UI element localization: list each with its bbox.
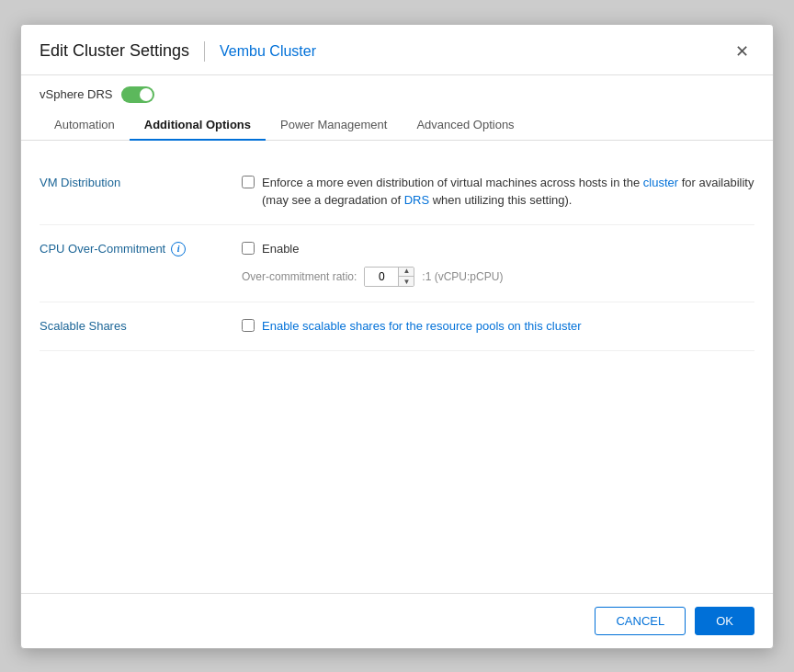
dialog-title: Edit Cluster Settings: [40, 41, 189, 61]
tabs-container: Automation Additional Options Power Mana…: [21, 110, 773, 141]
scalable-shares-content: Enable scalable shares for the resource …: [242, 317, 754, 336]
ok-button[interactable]: OK: [695, 607, 754, 635]
dialog-header: Edit Cluster Settings Vembu Cluster ✕: [21, 25, 773, 75]
spinner-down-button[interactable]: ▼: [399, 277, 414, 287]
enable-checkbox-row: Enable: [242, 240, 754, 258]
cpu-over-commitment-content: Enable Over-commitment ratio: ▲ ▼ :1 (vC…: [242, 240, 754, 288]
tab-additional-options[interactable]: Additional Options: [130, 110, 266, 141]
cpu-over-commitment-label: CPU Over-Commitment i: [40, 240, 223, 256]
cpu-over-commitment-row: CPU Over-Commitment i Enable Over-commit…: [40, 225, 754, 303]
enable-label: Enable: [262, 240, 299, 258]
cancel-button[interactable]: CANCEL: [595, 607, 686, 635]
cpu-info-icon[interactable]: i: [171, 242, 186, 256]
tab-content: VM Distribution Enforce a more even dist…: [21, 141, 773, 593]
enable-checkbox[interactable]: [242, 242, 255, 255]
spinner-up-button[interactable]: ▲: [399, 267, 414, 277]
vm-distribution-checkbox[interactable]: [242, 176, 255, 188]
tab-automation[interactable]: Automation: [40, 110, 130, 141]
over-commitment-ratio-label: Over-commitment ratio:: [242, 270, 357, 283]
over-commitment-value[interactable]: [365, 268, 398, 286]
over-commitment-ratio-row: Over-commitment ratio: ▲ ▼ :1 (vCPU:pCPU…: [242, 267, 754, 287]
dialog-footer: CANCEL OK: [21, 593, 773, 648]
vm-distribution-link-drs: DRS: [404, 193, 429, 207]
scalable-shares-checkbox[interactable]: [242, 319, 255, 332]
cluster-name: Vembu Cluster: [220, 43, 316, 60]
over-commitment-spinner: ▲ ▼: [364, 267, 414, 287]
vsphere-drs-toggle[interactable]: [121, 86, 154, 103]
scalable-shares-label: Scalable Shares: [40, 317, 223, 333]
close-button[interactable]: ✕: [730, 41, 754, 62]
tab-power-management[interactable]: Power Management: [266, 110, 402, 141]
scalable-shares-row: Scalable Shares Enable scalable shares f…: [40, 302, 754, 351]
vsphere-drs-label: vSphere DRS: [40, 87, 112, 101]
vm-distribution-row: VM Distribution Enforce a more even dist…: [40, 159, 754, 225]
vm-distribution-checkbox-row: Enforce a more even distribution of virt…: [242, 174, 754, 210]
vsphere-drs-row: vSphere DRS: [21, 75, 773, 110]
scalable-shares-text: Enable scalable shares for the resource …: [262, 317, 582, 336]
vm-distribution-content: Enforce a more even distribution of virt…: [242, 174, 754, 210]
over-commitment-unit: :1 (vCPU:pCPU): [422, 270, 503, 283]
scalable-shares-checkbox-row: Enable scalable shares for the resource …: [242, 317, 754, 336]
edit-cluster-dialog: Edit Cluster Settings Vembu Cluster ✕ vS…: [20, 24, 774, 649]
vm-distribution-link-cluster: cluster: [643, 176, 678, 189]
tab-advanced-options[interactable]: Advanced Options: [402, 110, 528, 141]
spinner-buttons: ▲ ▼: [398, 267, 414, 287]
vm-distribution-label: VM Distribution: [40, 174, 223, 189]
vm-distribution-text: Enforce a more even distribution of virt…: [262, 174, 754, 210]
header-divider: [204, 41, 205, 62]
